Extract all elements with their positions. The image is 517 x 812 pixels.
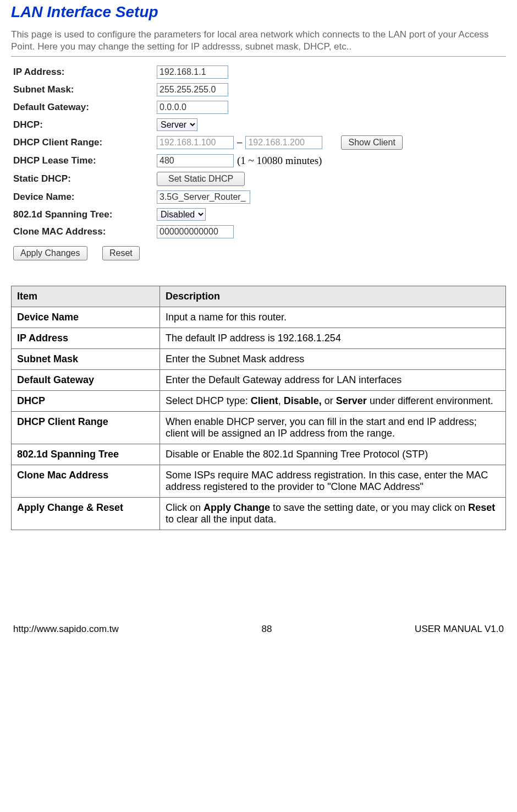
subnet-mask-label: Subnet Mask:	[11, 84, 157, 95]
dhcp-label: DHCP:	[11, 119, 157, 130]
footer-manual-version: USER MANUAL V1.0	[415, 624, 504, 635]
table-row: 802.1d Spanning TreeDisable or Enable th…	[12, 444, 506, 465]
table-description: Disable or Enable the 802.1d Spanning Tr…	[160, 444, 506, 465]
table-item: IP Address	[12, 328, 160, 349]
table-row: Apply Change & ResetClick on Apply Chang…	[12, 498, 506, 530]
reset-button[interactable]: Reset	[102, 246, 140, 260]
table-description: Enter the Subnet Mask address	[160, 349, 506, 370]
set-static-dhcp-button[interactable]: Set Static DHCP	[157, 172, 245, 186]
table-row: Default GatewayEnter the Default Gateway…	[12, 370, 506, 391]
lan-form: IP Address: Subnet Mask: Default Gateway…	[11, 66, 506, 260]
lease-time-note: (1 ~ 10080 minutes)	[237, 155, 322, 167]
table-description: Click on Apply Change to save the settin…	[160, 498, 506, 530]
page-footer: http://www.sapido.com.tw 88 USER MANUAL …	[11, 624, 506, 635]
dhcp-range-end-input[interactable]	[245, 136, 322, 149]
table-row: DHCPSelect DHCP type: Client, Disable, o…	[12, 391, 506, 412]
table-item: Default Gateway	[12, 370, 160, 391]
divider	[11, 56, 506, 57]
dhcp-range-start-input[interactable]	[157, 136, 234, 149]
table-item: Apply Change & Reset	[12, 498, 160, 530]
table-item: DHCP	[12, 391, 160, 412]
page-title: LAN Interface Setup	[11, 3, 506, 21]
table-item: Clone Mac Address	[12, 465, 160, 498]
table-header-desc: Description	[160, 286, 506, 307]
ip-address-label: IP Address:	[11, 67, 157, 78]
device-name-input[interactable]	[157, 190, 250, 204]
table-row: Device NameInput a name for this router.	[12, 307, 506, 328]
clone-mac-input[interactable]	[157, 225, 234, 238]
table-description: Some ISPs require MAC address registrati…	[160, 465, 506, 498]
show-client-button[interactable]: Show Client	[341, 135, 402, 150]
table-item: 802.1d Spanning Tree	[12, 444, 160, 465]
table-row: DHCP Client RangeWhen enable DHCP server…	[12, 412, 506, 444]
page-intro: This page is used to configure the param…	[11, 29, 506, 53]
static-dhcp-label: Static DHCP:	[11, 173, 157, 184]
default-gateway-input[interactable]	[157, 101, 228, 114]
dhcp-select[interactable]: Server	[157, 118, 197, 131]
dhcp-range-label: DHCP Client Range:	[11, 137, 157, 148]
table-row: IP AddressThe default IP address is 192.…	[12, 328, 506, 349]
footer-url: http://www.sapido.com.tw	[13, 624, 119, 635]
spanning-tree-select[interactable]: Disabled	[157, 208, 206, 221]
table-description: When enable DHCP server, you can fill in…	[160, 412, 506, 444]
spanning-tree-label: 802.1d Spanning Tree:	[11, 209, 157, 220]
table-row: Clone Mac AddressSome ISPs require MAC a…	[12, 465, 506, 498]
subnet-mask-input[interactable]	[157, 83, 228, 96]
table-description: Enter the Default Gateway address for LA…	[160, 370, 506, 391]
clone-mac-label: Clone MAC Address:	[11, 226, 157, 237]
table-item: DHCP Client Range	[12, 412, 160, 444]
table-description: Select DHCP type: Client, Disable, or Se…	[160, 391, 506, 412]
device-name-label: Device Name:	[11, 192, 157, 203]
lease-time-input[interactable]	[157, 154, 234, 167]
table-description: The default IP address is 192.168.1.254	[160, 328, 506, 349]
footer-page-number: 88	[262, 624, 272, 635]
table-header-item: Item	[12, 286, 160, 307]
default-gateway-label: Default Gateway:	[11, 102, 157, 113]
lease-time-label: DHCP Lease Time:	[11, 155, 157, 166]
table-item: Device Name	[12, 307, 160, 328]
ip-address-input[interactable]	[157, 66, 228, 79]
table-item: Subnet Mask	[12, 349, 160, 370]
apply-changes-button[interactable]: Apply Changes	[13, 246, 87, 260]
table-row: Subnet MaskEnter the Subnet Mask address	[12, 349, 506, 370]
description-table: Item Description Device NameInput a name…	[11, 286, 506, 530]
dhcp-range-dash: –	[237, 137, 242, 148]
table-description: Input a name for this router.	[160, 307, 506, 328]
